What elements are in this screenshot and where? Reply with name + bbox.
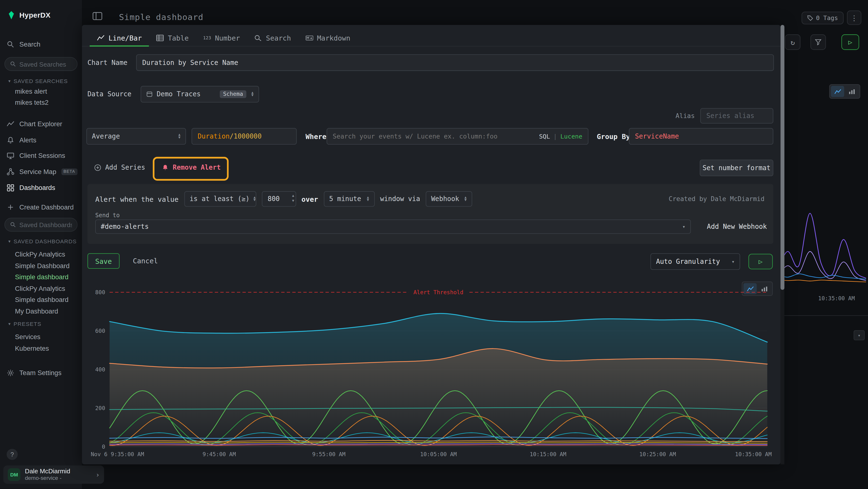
saved-search-item[interactable]: mikes alert [15,86,47,96]
data-source-label: Data Source [88,90,134,98]
updown-chevron-icon [253,196,255,202]
tab-line-bar[interactable]: Line/Bar [90,29,149,46]
alias-row: Alias [676,108,774,123]
sidebar-item-chart-explorer[interactable]: Chart Explorer [7,118,62,130]
saved-dashboard-item[interactable]: Simple dashboard [15,294,68,305]
run-chart-button[interactable] [748,254,773,269]
plus-icon [7,203,14,211]
saved-dashboards-input[interactable] [4,218,78,231]
where-search-box[interactable]: SQL | Lucene [327,128,589,145]
funnel-icon [815,39,822,46]
service-map-icon [7,168,14,176]
svg-text:400: 400 [95,366,105,373]
sidebar-item-alerts[interactable]: Alerts [7,134,36,146]
tab-markdown[interactable]: Markdown [298,29,358,46]
user-name: Dale McDiarmid [25,467,70,475]
add-series-button[interactable]: Add Series [94,164,145,171]
updown-chevron-icon [251,91,254,97]
beta-badge: BETA [61,169,78,175]
data-source-select[interactable]: Demo Traces Schema [141,86,259,103]
search-icon [7,40,14,48]
user-menu[interactable]: DM Dale McDiarmid demo-service - [3,466,104,484]
scrollbar-thumb[interactable] [780,25,784,290]
cancel-button[interactable]: Cancel [133,257,158,265]
saved-dashboards-header[interactable]: SAVED DASHBOARDS [8,237,76,245]
chevron-down-icon [682,224,685,230]
chart-name-row: Chart Name [88,54,774,71]
bg-chart-time-label: 10:35:00 AM [818,295,855,301]
add-new-webhook-link[interactable]: Add New Webhook [707,223,767,230]
app-logo[interactable]: HyperDX [7,11,51,19]
search-icon [254,34,262,41]
sidebar-item-service-map[interactable]: Service Map BETA [7,166,78,178]
background-chart [782,200,868,295]
chart-name-label: Chart Name [88,59,129,66]
chart-name-input[interactable] [136,54,774,71]
scrollbar[interactable] [780,25,784,464]
preset-item[interactable]: Services [15,332,40,342]
alert-threshold-input[interactable] [261,191,296,207]
saved-dashboard-item-active[interactable]: Simple dashboard [15,271,68,282]
series-alias-input[interactable] [700,108,773,123]
markdown-icon [305,34,313,41]
bar-chart-toggle[interactable] [845,86,859,97]
svg-text:600: 600 [95,328,105,334]
updown-chevron-icon [464,196,467,202]
create-dashboard-button[interactable]: Create Dashboard [7,201,74,213]
set-number-format-button[interactable]: Set number format [700,160,773,176]
aggregation-select[interactable]: Average [86,128,186,145]
granularity-select[interactable]: Auto Granularity [651,253,740,270]
field-expression-input[interactable]: Duration/1000000 [191,128,297,145]
presets-header[interactable]: PRESETS [8,320,41,327]
sidebar-item-client-sessions[interactable]: Client Sessions [7,150,65,162]
tags-button[interactable]: 0 Tags [802,11,843,24]
group-by-input[interactable]: ServiceName [629,128,773,145]
send-to-label: Send to [95,212,120,219]
collapse-sidebar-button[interactable] [92,11,103,22]
saved-search-item[interactable]: mikes tets2 [15,97,49,108]
alert-window-select[interactable]: 5 minute [323,191,374,207]
help-button[interactable]: ? [7,449,18,460]
sql-toggle[interactable]: SQL [539,133,550,140]
alert-condition-select[interactable]: is at least (≥) [184,191,256,207]
saved-dashboard-item[interactable]: ClickPy Analytics [15,283,65,294]
sidebar-item-dashboards[interactable]: Dashboards [7,182,55,194]
saved-searches-header[interactable]: SAVED SEARCHES [8,77,68,85]
lucene-toggle[interactable]: Lucene [560,133,582,140]
run-query-button[interactable] [841,34,859,50]
where-label: Where [306,133,326,141]
updown-chevron-icon [178,134,180,139]
saved-dashboard-item[interactable]: Simple Dashboard [15,260,70,271]
alert-channel-select[interactable]: Webhook [426,191,472,207]
remove-alert-button[interactable]: Remove Alert [161,164,221,171]
sidebar-item-team-settings[interactable]: Team Settings [7,367,61,379]
saved-dashboard-item[interactable]: My Dashboard [15,306,58,316]
tab-search[interactable]: Search [247,29,298,46]
app-root: HyperDX Search SAVED SEARCHES mikes aler… [0,0,868,489]
dashboards-grid-icon [7,184,14,192]
modal-tabs: Line/Bar Table 123 Number Search Markdow… [82,29,780,47]
bg-collapse-button[interactable] [854,330,865,340]
saved-dashboard-item[interactable]: ClickPy Analytics [15,249,65,259]
line-chart-toggle[interactable] [831,86,844,97]
number-123-icon: 123 [203,35,211,40]
more-options-button[interactable] [847,10,862,25]
bg-chart-type-toggle [829,84,860,99]
save-button[interactable]: Save [88,253,120,269]
refresh-button[interactable] [785,34,801,50]
preset-item[interactable]: Kubernetes [15,343,49,353]
saved-searches-input[interactable] [4,57,78,71]
sidebar-item-label: Search [19,40,40,48]
stepper-arrows-icon[interactable] [292,193,294,203]
duration-chart: 0200400600800Alert ThresholdNov 6 9:35:0… [90,277,774,461]
saved-dashboards-field[interactable] [19,221,72,228]
tab-table[interactable]: Table [149,29,196,46]
where-search-input[interactable] [333,133,539,140]
updown-chevron-icon [367,196,369,202]
filter-button[interactable] [810,34,826,50]
saved-searches-field[interactable] [19,61,72,67]
sidebar-item-search[interactable]: Search [7,38,40,51]
send-to-select[interactable]: #demo-alerts [95,220,691,234]
tab-number[interactable]: 123 Number [196,29,247,46]
svg-text:Alert Threshold: Alert Threshold [413,289,463,295]
